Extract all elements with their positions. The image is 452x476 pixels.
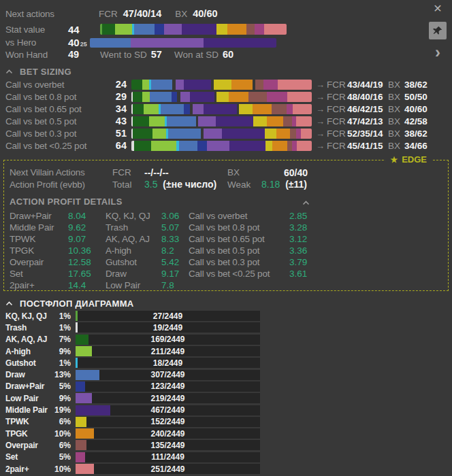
diagram-row-label: Overpair xyxy=(0,441,54,450)
bar-segment-pu xyxy=(176,80,184,90)
bet-sizing-header[interactable]: BET SIZING xyxy=(0,66,452,77)
bar-segment-dg xyxy=(133,129,152,139)
bar-segment-ye xyxy=(214,80,231,90)
next-page-chevron[interactable]: › xyxy=(435,46,440,59)
arrow-right-icon: → xyxy=(316,141,325,151)
detail-value: 12.58 xyxy=(68,257,106,267)
diagram-row-track: 251/2449 xyxy=(76,464,260,474)
bet-bx-value: 38/62 xyxy=(404,129,427,139)
close-icon[interactable]: ✕ xyxy=(433,3,442,15)
detail-value: 17.65 xyxy=(68,269,106,279)
vs-hero-value: 40 xyxy=(68,37,80,48)
vs-hero-bar xyxy=(90,38,276,48)
detail-value: 14.4 xyxy=(68,280,106,290)
bet-sizing-title: BET SIZING xyxy=(20,67,71,77)
detail-label: Call vs overbet xyxy=(189,211,289,221)
diagram-row-label: AK, AQ, AJ xyxy=(0,335,54,344)
weak-note: (±11) xyxy=(285,179,307,190)
hud-popup: ✕ › Next actions FCR 47/40/14 BX 40/60 S… xyxy=(0,0,452,476)
diagram-row-label: 2pair+ xyxy=(0,464,54,474)
bet-fcr-value: 43/44/19 xyxy=(347,80,388,90)
arrow-right-icon: → xyxy=(316,92,325,102)
weak-value-group: 8.18 (±11) xyxy=(261,179,307,190)
diagram-row: Gutshot 1% 18/2449 xyxy=(0,357,452,369)
detail-value: 3.06 xyxy=(161,211,189,221)
bar-segment-pk xyxy=(287,92,312,102)
bar-segment-pk xyxy=(301,129,312,139)
detail-item: TPGK 10.36 xyxy=(10,245,106,256)
edge-badge: ★ EDGE xyxy=(385,154,432,165)
bar-segment-pu xyxy=(131,38,204,48)
bet-row-bar xyxy=(131,92,312,102)
bar-segment-br xyxy=(255,80,263,90)
action-profit-row: Action Profit (evbb) Total 3.5 (±не числ… xyxy=(4,178,448,190)
bar-segment-bl xyxy=(151,80,172,90)
diagram-row-label: KQ, KJ, QJ xyxy=(0,311,54,321)
details-column-2: KQ, KJ, QJ 3.06 Trash 5.07 AK, AQ, AJ 8.… xyxy=(106,210,189,291)
collapse-chevron-icon[interactable] xyxy=(302,197,310,207)
diagram-row-count: 211/2449 xyxy=(76,346,260,356)
bet-row-bar xyxy=(131,80,312,90)
bet-row-label: Call vs bet <0.25 pot xyxy=(0,141,108,151)
villain-actions-row: Next Villain Actions FCR --/--/-- BX 60/… xyxy=(4,167,448,178)
detail-label: Low Pair xyxy=(106,280,161,290)
bet-sizing-row: Call vs bet 0.8 pot 29 → FCR 48/40/16 BX… xyxy=(0,90,452,103)
action-profit-details-header[interactable]: ACTION PROFIT DETAILS xyxy=(4,195,448,207)
collapse-chevron-icon xyxy=(5,301,13,306)
diagram-row-count: 135/2449 xyxy=(76,440,260,450)
action-profit-label: Action Profit (evbb) xyxy=(4,180,112,190)
detail-label: AK, AQ, AJ xyxy=(106,234,161,244)
pin-button[interactable] xyxy=(429,22,447,39)
detail-label: A-high xyxy=(106,245,161,256)
stat-value-bar xyxy=(100,24,287,35)
diagram-row-count: 169/2449 xyxy=(76,335,260,345)
bet-row-value: 64 xyxy=(108,140,127,151)
detail-label: Trash xyxy=(106,222,161,233)
bar-segment-or xyxy=(267,116,283,126)
action-profit-details-title: ACTION PROFIT DETAILS xyxy=(10,197,123,207)
bet-sizing-row: Call vs overbet 24 → FCR 43/44/19 BX 38/… xyxy=(0,78,452,90)
bet-bx-value: 50/50 xyxy=(404,92,427,102)
diagram-row-track: 307/2449 xyxy=(76,370,260,380)
diagram-row-percent: 13% xyxy=(54,370,71,379)
detail-value: 8.2 xyxy=(161,245,189,256)
weak-label: Weak xyxy=(227,180,261,190)
vs-hero-label: vs Hero xyxy=(0,37,68,48)
bar-segment-ye xyxy=(239,104,253,114)
stat-value-row: Stat value 44 xyxy=(0,22,452,37)
bx-value: 40/60 xyxy=(193,8,217,19)
diagram-row-label: TPWK xyxy=(0,417,54,426)
star-icon: ★ xyxy=(390,155,398,165)
bet-row-bar xyxy=(131,116,312,126)
bar-segment-pk xyxy=(297,141,312,151)
window-chrome: ✕ › xyxy=(426,3,449,59)
diagram-row: 2pair+ 10% 251/2449 xyxy=(0,463,452,475)
won-hand-label: Won Hand xyxy=(0,50,68,60)
detail-label: Call vs bet 0.5 pot xyxy=(189,245,289,256)
bar-segment-or xyxy=(272,141,287,151)
postflop-diagram-header[interactable]: ПОСТФЛОП ДИАГРАММА xyxy=(0,298,452,309)
bet-bx-value: 40/60 xyxy=(404,104,427,114)
diagram-row-label: TPGK xyxy=(0,429,54,439)
bar-segment-pk xyxy=(293,104,312,114)
diagram-row: Overpair 6% 135/2449 xyxy=(0,439,452,451)
bet-fcr-value: 48/40/16 xyxy=(347,92,388,102)
bet-bx-value: 42/58 xyxy=(404,116,427,126)
detail-label: Set xyxy=(10,269,68,279)
detail-item: Call vs bet <0.25 pot 3.61 xyxy=(189,268,317,279)
bar-segment-ye xyxy=(265,129,276,139)
bar-segment-nv xyxy=(155,24,164,35)
detail-label: Call vs bet 0.8 pot xyxy=(189,222,289,233)
diagram-row: TPWK 6% 152/2449 xyxy=(0,416,452,428)
bar-segment-bl xyxy=(90,38,131,48)
detail-value: 10.36 xyxy=(68,245,106,256)
diagram-row-track: 19/2449 xyxy=(76,322,260,333)
diagram-row-track: 27/2449 xyxy=(76,311,260,321)
stat-value-label: Stat value xyxy=(0,24,68,35)
diagram-row-count: 152/2449 xyxy=(76,417,260,427)
detail-item: AK, AQ, AJ 8.33 xyxy=(106,233,189,245)
diagram-row-percent: 10% xyxy=(54,429,71,439)
bet-row-label: Call vs bet 0.5 pot xyxy=(0,116,108,126)
bet-bx-label: BX xyxy=(388,104,404,114)
diagram-row-label: Low Pair xyxy=(0,394,54,403)
